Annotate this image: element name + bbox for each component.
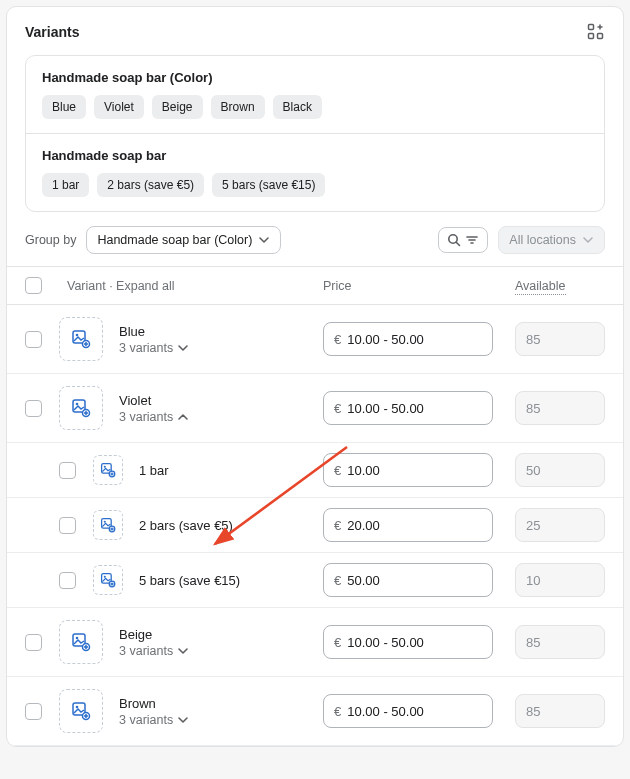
image-add-icon xyxy=(71,398,91,418)
variant-subcount: 3 variants xyxy=(119,644,173,658)
option-name: Handmade soap bar xyxy=(42,148,588,163)
currency-symbol: € xyxy=(334,518,341,533)
available-value: 10 xyxy=(526,573,540,588)
price-input[interactable]: € 50.00 xyxy=(323,563,493,597)
variant-child-row[interactable]: 2 bars (save €5) € 20.00 25 xyxy=(7,498,623,553)
currency-symbol: € xyxy=(334,463,341,478)
card-header: Variants xyxy=(7,7,623,55)
expand-toggle[interactable]: 3 variants xyxy=(119,410,311,424)
variant-name: Violet xyxy=(119,393,311,408)
option-values-row: 1 bar 2 bars (save €5) 5 bars (save €15) xyxy=(42,173,588,197)
image-add-icon xyxy=(100,517,116,533)
variant-thumbnail[interactable] xyxy=(59,386,103,430)
option-group-quantity[interactable]: Handmade soap bar 1 bar 2 bars (save €5)… xyxy=(26,133,604,211)
currency-symbol: € xyxy=(334,635,341,650)
currency-symbol: € xyxy=(334,401,341,416)
available-display: 85 xyxy=(515,322,605,356)
row-checkbox[interactable] xyxy=(59,462,76,479)
option-group-color[interactable]: Handmade soap bar (Color) Blue Violet Be… xyxy=(26,56,604,133)
svg-point-31 xyxy=(104,576,106,578)
svg-line-6 xyxy=(456,242,459,245)
image-add-icon xyxy=(71,329,91,349)
section-title: Variants xyxy=(25,24,79,40)
variant-name: Blue xyxy=(119,324,311,339)
expand-all-link[interactable]: Expand all xyxy=(116,279,174,293)
table-header: Variant · Expand all Price Available xyxy=(7,266,623,305)
available-display: 85 xyxy=(515,694,605,728)
svg-point-41 xyxy=(76,706,79,709)
row-checkbox[interactable] xyxy=(25,634,42,651)
variant-thumbnail[interactable] xyxy=(59,317,103,361)
variants-card: Variants Handmade soap bar (Color) Blue … xyxy=(6,6,624,747)
variant-thumbnail[interactable] xyxy=(93,455,123,485)
variant-thumbnail[interactable] xyxy=(93,510,123,540)
customize-icon[interactable] xyxy=(587,23,605,41)
variant-row[interactable]: Brown 3 variants € 10.00 - 50.00 85 xyxy=(7,677,623,746)
currency-symbol: € xyxy=(334,573,341,588)
chevron-down-icon xyxy=(177,714,189,726)
option-value-pill: Brown xyxy=(211,95,265,119)
price-input[interactable]: € 10.00 xyxy=(323,453,493,487)
variant-thumbnail[interactable] xyxy=(59,689,103,733)
price-value: 50.00 xyxy=(347,573,380,588)
search-filter-button[interactable] xyxy=(438,227,488,253)
price-header-label: Price xyxy=(323,279,493,293)
variant-row[interactable]: Violet 3 variants € 10.00 - 50.00 85 xyxy=(7,374,623,443)
image-add-icon xyxy=(100,462,116,478)
variant-name: 2 bars (save €5) xyxy=(139,518,311,533)
svg-rect-2 xyxy=(598,34,603,39)
variant-name: 5 bars (save €15) xyxy=(139,573,311,588)
available-header-label: Available xyxy=(515,279,566,295)
option-value-pill: Violet xyxy=(94,95,144,119)
image-add-icon xyxy=(100,572,116,588)
price-value: 10.00 - 50.00 xyxy=(347,635,424,650)
locations-select[interactable]: All locations xyxy=(498,226,605,254)
price-input[interactable]: € 10.00 - 50.00 xyxy=(323,625,493,659)
option-value-pill: Black xyxy=(273,95,322,119)
expand-toggle[interactable]: 3 variants xyxy=(119,713,311,727)
option-name: Handmade soap bar (Color) xyxy=(42,70,588,85)
variant-header-label: Variant xyxy=(67,279,106,293)
row-checkbox[interactable] xyxy=(59,572,76,589)
svg-rect-0 xyxy=(589,25,594,30)
available-display: 25 xyxy=(515,508,605,542)
variant-row[interactable]: Beige 3 variants € 10.00 - 50.00 85 xyxy=(7,608,623,677)
variant-child-row[interactable]: 5 bars (save €15) € 50.00 10 xyxy=(7,553,623,608)
svg-point-36 xyxy=(76,637,79,640)
image-add-icon xyxy=(71,701,91,721)
row-checkbox[interactable] xyxy=(25,703,42,720)
available-display: 10 xyxy=(515,563,605,597)
variant-row[interactable]: Blue 3 variants € 10.00 - 50.00 85 xyxy=(7,305,623,374)
chevron-down-icon xyxy=(258,234,270,246)
expand-toggle[interactable]: 3 variants xyxy=(119,644,311,658)
expand-toggle[interactable]: 3 variants xyxy=(119,341,311,355)
variant-subcount: 3 variants xyxy=(119,713,173,727)
row-checkbox[interactable] xyxy=(25,400,42,417)
option-groups: Handmade soap bar (Color) Blue Violet Be… xyxy=(25,55,605,212)
price-value: 10.00 - 50.00 xyxy=(347,704,424,719)
locations-label: All locations xyxy=(509,233,576,247)
row-checkbox[interactable] xyxy=(25,331,42,348)
available-value: 85 xyxy=(526,401,540,416)
select-all-checkbox[interactable] xyxy=(25,277,42,294)
option-value-pill: 2 bars (save €5) xyxy=(97,173,204,197)
row-checkbox[interactable] xyxy=(59,517,76,534)
variant-thumbnail[interactable] xyxy=(93,565,123,595)
group-by-label: Group by xyxy=(25,233,76,247)
svg-point-21 xyxy=(104,466,106,468)
available-display: 50 xyxy=(515,453,605,487)
available-display: 85 xyxy=(515,391,605,425)
variant-thumbnail[interactable] xyxy=(59,620,103,664)
price-input[interactable]: € 10.00 - 50.00 xyxy=(323,391,493,425)
option-value-pill: Beige xyxy=(152,95,203,119)
available-value: 25 xyxy=(526,518,540,533)
price-input[interactable]: € 10.00 - 50.00 xyxy=(323,322,493,356)
group-by-value: Handmade soap bar (Color) xyxy=(97,233,252,247)
option-value-pill: Blue xyxy=(42,95,86,119)
image-add-icon xyxy=(71,632,91,652)
variant-subcount: 3 variants xyxy=(119,410,173,424)
group-by-select[interactable]: Handmade soap bar (Color) xyxy=(86,226,281,254)
price-input[interactable]: € 10.00 - 50.00 xyxy=(323,694,493,728)
variant-child-row[interactable]: 1 bar € 10.00 50 xyxy=(7,443,623,498)
price-input[interactable]: € 20.00 xyxy=(323,508,493,542)
